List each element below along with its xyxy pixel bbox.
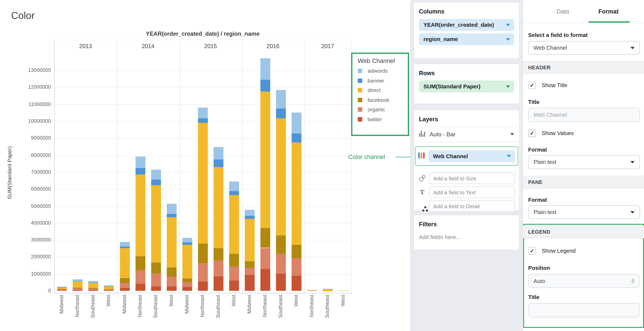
bar-segment-twitter-2016-Southeast[interactable] xyxy=(276,274,286,291)
bar-segment-direct-2014-Midwest[interactable] xyxy=(120,248,130,278)
bar-segment-organic-2015-Southeast[interactable] xyxy=(213,260,223,276)
bar-segment-facebook-2014-West[interactable] xyxy=(166,268,176,276)
bar-segment-banner-2014-Midwest[interactable] xyxy=(120,246,130,248)
bar-segment-organic-2016-Midwest[interactable] xyxy=(245,268,254,275)
columns-pill-year-order-created-date[interactable]: YEAR(order_created_date) xyxy=(419,19,514,31)
rows-pill-sum-standard-paper[interactable]: SUM(Standard Paper) xyxy=(419,80,514,92)
bar-segment-adwords-2016-Northeast[interactable] xyxy=(260,58,270,80)
bar-segment-banner-2014-Southeast[interactable] xyxy=(151,180,161,186)
bar-segment-direct-2013-West[interactable] xyxy=(104,286,114,289)
pane-format-dropdown[interactable]: Plain text xyxy=(528,205,640,219)
field-to-format-dropdown[interactable]: Web Channel xyxy=(528,41,640,54)
bar-segment-direct-2015-Northeast[interactable] xyxy=(198,123,208,244)
tab-format[interactable]: Format xyxy=(598,8,618,15)
bar-segment-twitter-2016-Northeast[interactable] xyxy=(260,269,270,291)
legend-item-adwords[interactable]: adwords xyxy=(358,68,408,74)
bar-segment-twitter-2016-Midwest[interactable] xyxy=(245,275,254,291)
bar-segment-banner-2013-Northeast[interactable] xyxy=(73,281,83,282)
bar-segment-twitter-2015-West[interactable] xyxy=(229,281,239,291)
bar-segment-direct-2017-Southeast[interactable] xyxy=(323,289,333,291)
bar-segment-direct-2017-West[interactable] xyxy=(338,290,348,291)
chevron-down-icon[interactable] xyxy=(506,85,510,88)
bar-segment-twitter-2014-Southeast[interactable] xyxy=(151,286,161,291)
bar-segment-organic-2014-Northeast[interactable] xyxy=(135,270,145,284)
add-field-to-text-input[interactable]: Add a field to Text xyxy=(429,186,515,198)
bar-segment-facebook-2016-West[interactable] xyxy=(291,245,301,258)
bar-segment-facebook-2013-Midwest[interactable] xyxy=(57,289,67,289)
show-legend-row[interactable]: ✓ Show Legend xyxy=(528,247,576,255)
bar-segment-direct-2014-Southeast[interactable] xyxy=(151,185,161,262)
legend-item-facebook[interactable]: facebook xyxy=(358,97,408,102)
layer-type-row-auto-bar[interactable]: Auto - Bar xyxy=(414,127,519,142)
bar-segment-organic-2014-Midwest[interactable] xyxy=(120,283,130,288)
legend-item-twitter[interactable]: twitter xyxy=(358,116,408,122)
bar-segment-adwords-2013-Midwest[interactable] xyxy=(57,286,67,287)
bar-segment-adwords-2013-West[interactable] xyxy=(104,286,114,286)
bar-segment-organic-2017-Southeast[interactable] xyxy=(323,290,333,291)
bar-segment-organic-2014-Southeast[interactable] xyxy=(151,274,161,286)
bar-segment-facebook-2015-Northeast[interactable] xyxy=(198,244,208,263)
bar-segment-organic-2017-Northeast[interactable] xyxy=(307,290,317,291)
bar-segment-banner-2013-Southeast[interactable] xyxy=(88,283,98,283)
show-legend-checkbox[interactable]: ✓ xyxy=(528,247,536,255)
bar-segment-direct-2015-Southeast[interactable] xyxy=(213,167,223,248)
bar-segment-organic-2013-Midwest[interactable] xyxy=(57,289,67,290)
bar-segment-organic-2015-Northeast[interactable] xyxy=(198,263,208,282)
bar-segment-adwords-2014-West[interactable] xyxy=(166,204,176,214)
bar-segment-organic-2013-Northeast[interactable] xyxy=(73,288,83,290)
bar-segment-direct-2013-Southeast[interactable] xyxy=(88,283,98,288)
bar-segment-organic-2016-Northeast[interactable] xyxy=(260,248,270,269)
columns-pill-region-name[interactable]: region_name xyxy=(419,33,514,45)
bar-segment-twitter-2014-Northeast[interactable] xyxy=(135,284,145,291)
bar-segment-adwords-2015-Midwest[interactable] xyxy=(182,238,192,242)
bar-segment-twitter-2016-West[interactable] xyxy=(291,276,301,291)
bar-segment-adwords-2015-Northeast[interactable] xyxy=(198,108,208,118)
bar-segment-facebook-2014-Southeast[interactable] xyxy=(151,262,161,274)
bar-segment-adwords-2016-Midwest[interactable] xyxy=(245,210,254,216)
bar-segment-facebook-2013-Southeast[interactable] xyxy=(88,288,98,288)
bar-segment-twitter-2015-Midwest[interactable] xyxy=(182,287,192,291)
bar-segment-organic-2016-Southeast[interactable] xyxy=(276,254,286,274)
bar-segment-organic-2013-West[interactable] xyxy=(104,290,114,290)
bar-segment-facebook-2016-Southeast[interactable] xyxy=(276,236,286,254)
position-select[interactable]: Auto xyxy=(528,274,640,288)
bar-segment-organic-2016-West[interactable] xyxy=(291,258,301,276)
bar-segment-direct-2014-West[interactable] xyxy=(166,217,176,267)
add-field-to-detail-input[interactable]: Add a field to Detail xyxy=(429,200,515,212)
chevron-down-icon[interactable] xyxy=(507,155,511,158)
bar-segment-organic-2015-Midwest[interactable] xyxy=(182,282,192,287)
bar-segment-adwords-2014-Midwest[interactable] xyxy=(120,242,130,246)
bar-segment-direct-2013-Northeast[interactable] xyxy=(73,281,83,288)
legend-item-direct[interactable]: direct xyxy=(358,88,408,93)
bar-segment-twitter-2013-West[interactable] xyxy=(104,290,114,291)
filters-placeholder[interactable]: Add fields here... xyxy=(414,232,519,248)
bar-segment-adwords-2014-Northeast[interactable] xyxy=(135,156,145,168)
bar-segment-facebook-2013-Northeast[interactable] xyxy=(73,288,83,288)
color-channel-pill-web-channel[interactable]: Web Channel xyxy=(428,150,515,162)
bar-segment-banner-2013-West[interactable] xyxy=(104,286,114,286)
bar-segment-facebook-2014-Northeast[interactable] xyxy=(135,256,145,270)
header-title-input[interactable] xyxy=(528,108,640,122)
bar-segment-adwords-2013-Northeast[interactable] xyxy=(73,280,83,281)
bar-segment-banner-2015-Northeast[interactable] xyxy=(198,118,208,123)
bar-segment-adwords-2015-Southeast[interactable] xyxy=(213,147,223,159)
bar-segment-adwords-2016-West[interactable] xyxy=(291,113,301,134)
bar-segment-banner-2016-Southeast[interactable] xyxy=(276,108,286,118)
bar-segment-facebook-2016-Midwest[interactable] xyxy=(245,261,254,268)
bar-segment-direct-2015-Midwest[interactable] xyxy=(182,245,192,278)
bar-segment-twitter-2014-West[interactable] xyxy=(166,286,176,291)
bar-segment-adwords-2014-Southeast[interactable] xyxy=(151,170,161,180)
legend-title-input[interactable] xyxy=(528,303,640,318)
bar-segment-facebook-2013-West[interactable] xyxy=(104,289,114,290)
bar-segment-banner-2016-West[interactable] xyxy=(291,134,301,142)
chevron-down-icon[interactable] xyxy=(510,133,514,136)
bar-segment-facebook-2015-Midwest[interactable] xyxy=(182,278,192,282)
show-title-checkbox[interactable]: ✓ xyxy=(528,81,536,89)
bar-segment-banner-2015-Midwest[interactable] xyxy=(182,242,192,245)
chevron-down-icon[interactable] xyxy=(506,24,510,26)
bar-segment-twitter-2015-Northeast[interactable] xyxy=(198,282,208,291)
bar-segment-organic-2015-West[interactable] xyxy=(229,267,239,280)
bar-segment-banner-2013-Midwest[interactable] xyxy=(57,287,67,287)
bar-segment-direct-2016-Southeast[interactable] xyxy=(276,118,286,236)
bar-segment-direct-2015-West[interactable] xyxy=(229,195,239,254)
